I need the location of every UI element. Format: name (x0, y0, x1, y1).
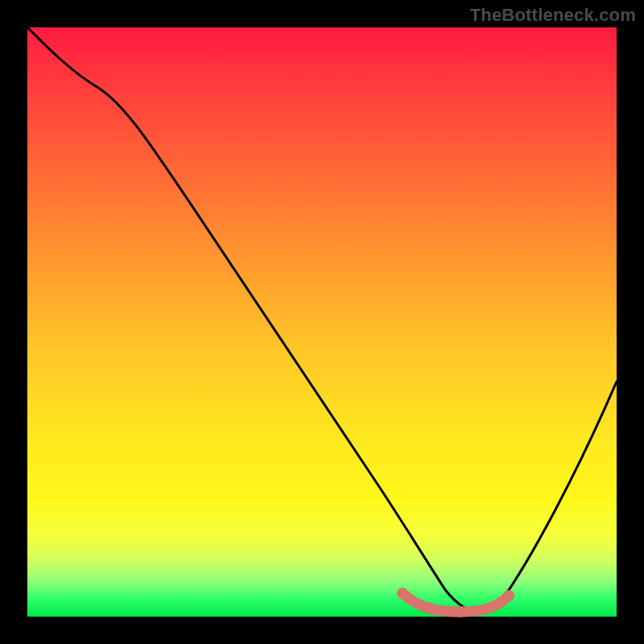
marker-dot-left (397, 588, 408, 599)
plot-area (27, 27, 617, 617)
bottleneck-curve (27, 27, 617, 612)
marker-dot-mid2 (457, 606, 467, 616)
chart-frame: TheBottleneck.com (0, 0, 644, 644)
marker-dot-mid1 (425, 602, 435, 612)
curve-layer (27, 27, 617, 617)
marker-dot-right (503, 590, 514, 601)
watermark-text: TheBottleneck.com (470, 5, 636, 26)
